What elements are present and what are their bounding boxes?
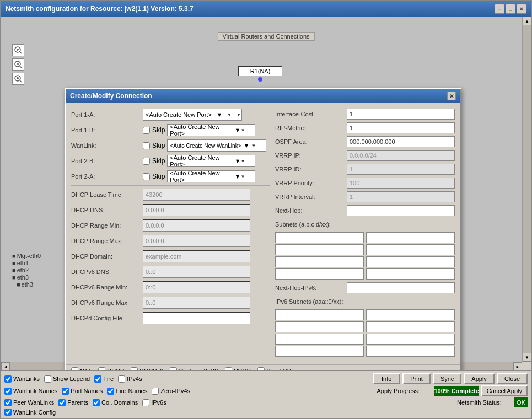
- wanlink-names-checkbox[interactable]: [4, 388, 12, 395]
- ipv6-subnet-2b[interactable]: [366, 321, 455, 332]
- modal-close-button[interactable]: ✕: [447, 92, 456, 100]
- maximize-button[interactable]: □: [506, 4, 515, 14]
- dhcp-range-min-input[interactable]: [143, 219, 250, 232]
- subnet-row-2: [275, 244, 455, 255]
- vrrp-interval-input[interactable]: [347, 191, 455, 202]
- minimize-button[interactable]: −: [495, 4, 504, 14]
- dhcpv6-dns-input[interactable]: [143, 266, 250, 278]
- port2a-controls: Skip <Auto Create New Port> ▼: [143, 170, 255, 182]
- ipv4s-checkbox[interactable]: [118, 375, 125, 383]
- port-names-checkbox[interactable]: [62, 388, 69, 395]
- port2a-skip-checkbox[interactable]: [143, 173, 150, 180]
- peer-wanlinks-checkbox[interactable]: [4, 399, 12, 406]
- wanlink-skip-checkbox[interactable]: [143, 142, 150, 149]
- vrrp-interval-row: VRRP Interval:: [275, 191, 455, 203]
- col-domains-checkbox[interactable]: [93, 399, 100, 406]
- ipv6-subnet-3b[interactable]: [366, 334, 455, 345]
- rip-metric-input[interactable]: [347, 122, 455, 133]
- port2b-select[interactable]: <Auto Create New Port> ▼: [167, 155, 255, 167]
- nat-label: NAT: [80, 368, 92, 371]
- port1b-select[interactable]: <Auto Create New Port> ▼: [167, 124, 255, 136]
- vrrp-priority-input[interactable]: [347, 178, 455, 189]
- port1a-select[interactable]: <Auto Create New Port> ▼: [143, 109, 242, 121]
- dhcp-lease-input[interactable]: [143, 189, 250, 201]
- title-bar: Netsmith configuration for Resource: jw2…: [1, 1, 531, 17]
- ipv6-subnet-1b[interactable]: [366, 309, 455, 320]
- sync-button[interactable]: Sync: [433, 373, 461, 384]
- netsmith-status-text: OK: [517, 399, 525, 406]
- dhcpd-config-input[interactable]: [143, 312, 250, 324]
- ospf-area-input[interactable]: [347, 136, 455, 147]
- subnet-input-4b[interactable]: [366, 268, 455, 280]
- dhcp-domain-input[interactable]: [143, 250, 250, 262]
- parents-checkbox[interactable]: [58, 399, 66, 406]
- subnet-input-1b[interactable]: [366, 232, 455, 243]
- info-button[interactable]: Info: [373, 373, 400, 384]
- dhcp-dns-input[interactable]: [143, 204, 250, 216]
- dhcpv6-range-min-input[interactable]: [143, 281, 250, 293]
- cand-rp-checkbox-item: Cand-RP: [257, 367, 291, 370]
- port1b-skip-checkbox[interactable]: [143, 127, 150, 134]
- next-hop-row: Next-Hop:: [275, 205, 455, 217]
- zero-ipv4s-checkbox[interactable]: [152, 388, 159, 395]
- subnet-grid: [275, 232, 455, 280]
- dhcp-checkbox[interactable]: [98, 367, 105, 370]
- next-hop-ipv6-input[interactable]: [347, 282, 455, 293]
- apply-button[interactable]: Apply: [464, 373, 495, 384]
- dhcp-range-min-label: DHCP Range Min:: [71, 222, 143, 229]
- port2a-select[interactable]: <Auto Create New Port> ▼: [167, 170, 255, 182]
- show-legend-checkbox-item: Show Legend: [44, 375, 90, 383]
- ipv6-subnet-2a[interactable]: [275, 321, 364, 332]
- parents-checkbox-item: Parents: [58, 399, 88, 406]
- dhcpv6-checkbox[interactable]: [131, 367, 138, 370]
- vrrp-id-input[interactable]: [347, 164, 455, 175]
- bottom-toolbar: WanLinks Show Legend Fire IPv4s: [1, 370, 531, 418]
- subnet-input-3b[interactable]: [366, 256, 455, 267]
- nat-checkbox[interactable]: [71, 367, 78, 370]
- toolbar-row-1: WanLinks Show Legend Fire IPv4s: [4, 373, 528, 384]
- custom-dhcp-checkbox[interactable]: [170, 367, 177, 370]
- peer-wanlinks-checkbox-item: Peer WanLinks: [4, 399, 54, 406]
- ipv6-subnets-label-row: IPv6 Subnets (aaa::0/xx):: [275, 296, 455, 308]
- port-names-label: Port Names: [71, 388, 103, 394]
- fire-names-checkbox[interactable]: [107, 388, 114, 395]
- ipv6s-checkbox[interactable]: [142, 399, 149, 406]
- cancel-apply-button[interactable]: Cancel Apply: [481, 385, 528, 396]
- interface-cost-input[interactable]: [347, 109, 455, 120]
- ipv6-subnet-1a[interactable]: [275, 309, 364, 320]
- close-window-button[interactable]: ×: [517, 4, 526, 14]
- wanlink-select[interactable]: <Auto Create New WanLink> ▼: [167, 139, 266, 152]
- next-hop-input[interactable]: [347, 205, 455, 216]
- close-button[interactable]: Close: [497, 373, 528, 384]
- subnets-label: Subnets (a.b.c.d/xx):: [275, 221, 331, 228]
- port1b-label: Port 1-B:: [71, 127, 143, 133]
- wanlink-config-checkbox[interactable]: [4, 409, 12, 416]
- cand-rp-checkbox[interactable]: [257, 367, 265, 370]
- port2b-skip-label: Skip: [152, 157, 165, 165]
- subnet-input-4a[interactable]: [275, 268, 364, 280]
- subnet-input-1a[interactable]: [275, 232, 364, 243]
- dhcp-range-max-input[interactable]: [143, 235, 250, 247]
- port2b-skip-checkbox[interactable]: [143, 158, 150, 165]
- show-legend-checkbox[interactable]: [44, 375, 51, 383]
- dhcpv6-range-max-input[interactable]: [143, 297, 250, 309]
- ipv6-subnet-row-3: [275, 334, 455, 345]
- rip-metric-label: RIP-Metric:: [275, 125, 347, 131]
- ipv6-subnet-4b[interactable]: [366, 346, 455, 357]
- fire-checkbox[interactable]: [94, 375, 101, 383]
- vrrp-ip-input[interactable]: [347, 150, 455, 161]
- subnet-input-3a[interactable]: [275, 256, 364, 267]
- ipv6-subnet-4a[interactable]: [275, 346, 364, 357]
- port-names-checkbox-item: Port Names: [62, 388, 103, 395]
- vrrp-checkbox[interactable]: [225, 367, 232, 370]
- port1a-label: Port 1-A:: [71, 111, 143, 118]
- dhcp-lease-row: DHCP Lease Time:: [71, 188, 270, 201]
- print-button[interactable]: Print: [402, 373, 431, 384]
- zero-ipv4s-label: Zero-IPv4s: [160, 388, 190, 394]
- subnet-input-2b[interactable]: [366, 244, 455, 255]
- vrrp-label: VRRP: [234, 368, 251, 371]
- show-legend-label: Show Legend: [53, 375, 90, 382]
- ipv6-subnet-3a[interactable]: [275, 334, 364, 345]
- subnet-input-2a[interactable]: [275, 244, 364, 255]
- wanlinks-checkbox[interactable]: [4, 375, 12, 383]
